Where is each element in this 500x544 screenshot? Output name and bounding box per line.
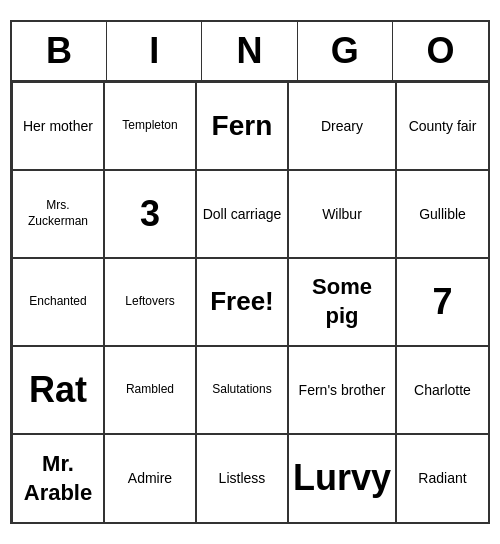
bingo-cell: Leftovers [104,258,196,346]
bingo-cell: Lurvy [288,434,396,522]
bingo-cell: Doll carriage [196,170,288,258]
bingo-cell: Mr. Arable [12,434,104,522]
bingo-cell: Charlotte [396,346,488,434]
bingo-cell: Wilbur [288,170,396,258]
bingo-header-letter: I [107,22,202,80]
bingo-header-letter: N [202,22,297,80]
bingo-cell: Dreary [288,82,396,170]
bingo-grid: Her motherTempletonFernDrearyCounty fair… [12,82,488,522]
bingo-cell: Fern's brother [288,346,396,434]
bingo-cell: Salutations [196,346,288,434]
bingo-header-letter: O [393,22,488,80]
bingo-cell: Listless [196,434,288,522]
bingo-cell: Fern [196,82,288,170]
bingo-card: BINGO Her motherTempletonFernDrearyCount… [10,20,490,524]
bingo-cell: Mrs. Zuckerman [12,170,104,258]
bingo-cell: 3 [104,170,196,258]
bingo-header-letter: G [298,22,393,80]
bingo-cell: 7 [396,258,488,346]
bingo-cell: Her mother [12,82,104,170]
bingo-cell: Gullible [396,170,488,258]
bingo-cell: County fair [396,82,488,170]
bingo-cell: Enchanted [12,258,104,346]
bingo-cell: Some pig [288,258,396,346]
bingo-cell: Admire [104,434,196,522]
bingo-header: BINGO [12,22,488,82]
bingo-cell: Radiant [396,434,488,522]
bingo-cell: Free! [196,258,288,346]
bingo-cell: Templeton [104,82,196,170]
bingo-header-letter: B [12,22,107,80]
bingo-cell: Rat [12,346,104,434]
bingo-cell: Rambled [104,346,196,434]
